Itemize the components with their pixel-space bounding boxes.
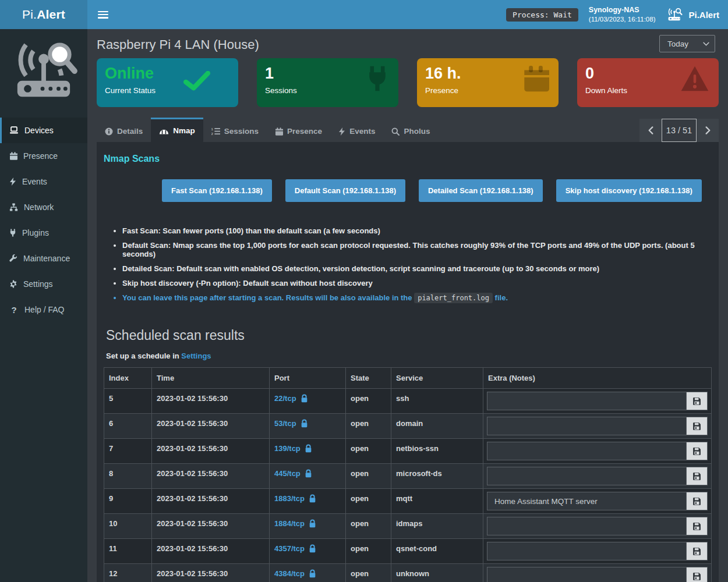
- calendar-icon: [522, 65, 549, 92]
- tab-label: Details: [117, 127, 143, 136]
- status-card-sessions: 1Sessions: [257, 58, 398, 107]
- card-label: Current Status: [105, 86, 230, 95]
- laptop-icon: [9, 126, 19, 134]
- save-note-button[interactable]: [686, 517, 707, 535]
- sidebar-item-label: Plugins: [22, 228, 49, 237]
- note-input[interactable]: [487, 492, 686, 510]
- port-link[interactable]: 139/tcp: [274, 444, 312, 453]
- cell-port: 53/tcp: [270, 414, 346, 439]
- cell-time: 2023-01-02 15:56:30: [152, 489, 270, 514]
- save-note-button[interactable]: [686, 392, 707, 410]
- cell-note: [483, 564, 712, 582]
- tab-details[interactable]: Details: [97, 119, 151, 142]
- fast-scan-button[interactable]: Fast Scan (192.168.1.138): [162, 179, 272, 202]
- port-link[interactable]: 4384/tcp: [274, 569, 316, 578]
- tab-events[interactable]: Events: [330, 119, 383, 142]
- note-input[interactable]: [487, 517, 686, 535]
- device-tabs: DetailsNmap12SessionsPresenceEventsPholu…: [97, 118, 719, 142]
- note-input[interactable]: [487, 417, 686, 435]
- navbar-right: Process: Wait Synology-NAS (11/03/2023, …: [87, 0, 728, 29]
- lock-icon: [301, 394, 308, 403]
- note-input-group: [487, 542, 708, 560]
- sidebar-item-label: Network: [24, 203, 54, 212]
- cell-index: 12: [104, 564, 152, 582]
- period-select[interactable]: Today: [659, 35, 715, 52]
- column-header-time: Time: [152, 368, 270, 389]
- save-note-button[interactable]: [686, 567, 707, 582]
- port-link[interactable]: 445/tcp: [274, 469, 312, 478]
- tab-nmap[interactable]: Nmap: [151, 118, 203, 142]
- cell-port: 22/tcp: [270, 389, 346, 414]
- port-link[interactable]: 53/tcp: [274, 419, 308, 428]
- port-label: 139/tcp: [274, 444, 301, 453]
- host-info: Synology-NAS (11/03/2023, 16:11:08): [589, 5, 656, 24]
- note-input[interactable]: [487, 542, 686, 560]
- save-note-button[interactable]: [686, 467, 707, 485]
- hamburger-menu-icon[interactable]: [98, 11, 108, 19]
- tab-sessions[interactable]: 12Sessions: [203, 119, 267, 142]
- table-row: 52023-01-02 15:56:3022/tcpopenssh: [104, 389, 712, 414]
- port-link[interactable]: 4357/tcp: [274, 544, 316, 553]
- sidebar-item-network[interactable]: Network: [0, 194, 87, 220]
- brand-logo[interactable]: Pi.Alert: [0, 0, 87, 29]
- skip-host-discovery-button[interactable]: Skip host discovery (192.168.1.138): [556, 179, 702, 202]
- cell-port: 1884/tcp: [270, 514, 346, 539]
- settings-link[interactable]: Settings: [181, 352, 211, 360]
- port-link[interactable]: 1884/tcp: [274, 519, 316, 528]
- main-content: Raspberry Pi 4 LAN (House) Today OnlineC…: [87, 29, 728, 582]
- check-icon: [183, 71, 210, 91]
- cell-state: open: [346, 514, 391, 539]
- sidebar-item-devices[interactable]: Devices: [0, 118, 87, 143]
- device-position-indicator: 13 / 51: [662, 119, 697, 142]
- brand-alert: Alert: [37, 8, 65, 22]
- scan-descriptions: Fast Scan: Scan fewer ports (100) than t…: [122, 226, 712, 302]
- floppy-icon: [692, 497, 701, 506]
- cell-state: open: [346, 414, 391, 439]
- detailed-scan-button[interactable]: Detailed Scan (192.168.1.138): [419, 179, 543, 202]
- note-input[interactable]: [487, 567, 686, 582]
- sidebar-item-help-faq[interactable]: ?Help / FAQ: [0, 297, 87, 322]
- sidebar-item-presence[interactable]: Presence: [0, 143, 87, 169]
- scan-description-item: Detailed Scan: Default scan with enabled…: [122, 264, 712, 273]
- note-input[interactable]: [487, 392, 686, 410]
- default-scan-button[interactable]: Default Scan (192.168.1.138): [285, 179, 405, 202]
- sidebar-item-maintenance[interactable]: Maintenance: [0, 246, 87, 271]
- save-note-button[interactable]: [686, 542, 707, 560]
- app-identity[interactable]: Pi.Alert: [666, 7, 719, 22]
- lock-icon: [301, 419, 308, 428]
- save-note-button[interactable]: [686, 417, 707, 435]
- svg-text:2: 2: [211, 132, 213, 135]
- note-input[interactable]: [487, 467, 686, 485]
- sidebar-item-label: Help / FAQ: [24, 305, 64, 314]
- chevron-right-icon: [705, 126, 711, 134]
- log-note-prefix: You can leave this page after starting a…: [122, 293, 414, 302]
- save-note-button[interactable]: [686, 442, 707, 460]
- cell-note: [483, 539, 712, 564]
- calendar-icon: [275, 127, 283, 136]
- lock-icon: [309, 544, 316, 553]
- cell-state: open: [346, 564, 391, 582]
- cell-time: 2023-01-02 15:56:30: [152, 389, 270, 414]
- sidebar-item-settings[interactable]: Settings: [0, 271, 87, 297]
- cell-time: 2023-01-02 15:56:30: [152, 464, 270, 489]
- lock-icon: [309, 519, 316, 528]
- save-note-button[interactable]: [686, 492, 707, 510]
- listol-icon: 12: [211, 127, 220, 135]
- port-link[interactable]: 22/tcp: [274, 394, 308, 403]
- port-label: 1883/tcp: [274, 494, 305, 503]
- tab-pholus[interactable]: Pholus: [383, 119, 438, 142]
- app-name: Pi.Alert: [688, 10, 719, 20]
- column-header-extra-notes: Extra (Notes): [483, 368, 712, 389]
- cell-note: [483, 514, 712, 539]
- next-device-button[interactable]: [697, 119, 719, 142]
- bolt-icon: [338, 127, 345, 136]
- port-link[interactable]: 1883/tcp: [274, 494, 316, 503]
- note-input[interactable]: [487, 442, 686, 460]
- tab-presence[interactable]: Presence: [267, 119, 330, 142]
- cell-note: [483, 389, 712, 414]
- sidebar-item-plugins[interactable]: Plugins: [0, 220, 87, 246]
- sidebar-item-events[interactable]: Events: [0, 169, 87, 194]
- floppy-icon: [692, 572, 701, 581]
- prev-device-button[interactable]: [639, 119, 662, 142]
- cell-service: mqtt: [391, 489, 483, 514]
